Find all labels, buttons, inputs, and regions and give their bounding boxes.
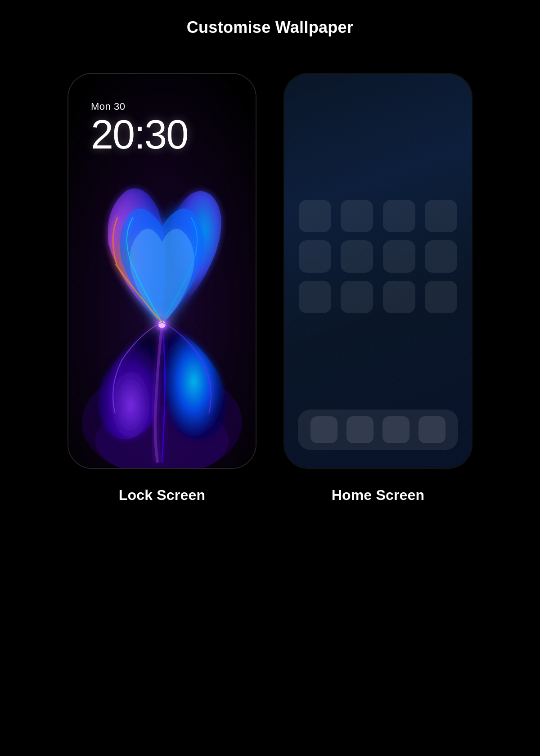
lock-date: Mon 30 [91, 101, 188, 112]
home-screen-bg [284, 74, 472, 468]
app-icon-5[interactable] [299, 240, 331, 273]
dock-icon-2[interactable] [346, 416, 374, 443]
app-icon-3[interactable] [383, 200, 415, 232]
dock-icon-1[interactable] [310, 416, 338, 443]
app-icon-6[interactable] [341, 240, 373, 273]
home-screen-phone[interactable] [284, 73, 472, 469]
app-icon-12[interactable] [425, 281, 457, 313]
dock-icon-3[interactable] [382, 416, 410, 443]
app-icon-2[interactable] [341, 200, 373, 232]
phones-container: Mon 30 20:30 Lock Screen [68, 73, 472, 756]
lock-time-area: Mon 30 20:30 [91, 101, 188, 155]
app-icon-10[interactable] [341, 281, 373, 313]
lock-screen-wrapper: Mon 30 20:30 Lock Screen [68, 73, 256, 504]
app-icon-9[interactable] [299, 281, 331, 313]
lock-screen-label[interactable]: Lock Screen [119, 487, 206, 504]
app-row-2 [298, 240, 458, 273]
app-icon-11[interactable] [383, 281, 415, 313]
app-icon-7[interactable] [383, 240, 415, 273]
dock-icon-4[interactable] [418, 416, 446, 443]
home-screen-wrapper: Home Screen [284, 73, 472, 504]
app-icon-4[interactable] [425, 200, 457, 232]
page-title: Customise Wallpaper [187, 18, 353, 37]
lock-time: 20:30 [91, 114, 188, 155]
lock-screen-phone[interactable]: Mon 30 20:30 [68, 73, 256, 469]
app-row-1 [298, 200, 458, 232]
app-icon-1[interactable] [299, 200, 331, 232]
app-row-3 [298, 281, 458, 313]
app-icon-8[interactable] [425, 240, 457, 273]
home-screen-label[interactable]: Home Screen [332, 487, 425, 504]
lock-screen-bg: Mon 30 20:30 [68, 74, 256, 468]
home-dock [298, 410, 458, 450]
